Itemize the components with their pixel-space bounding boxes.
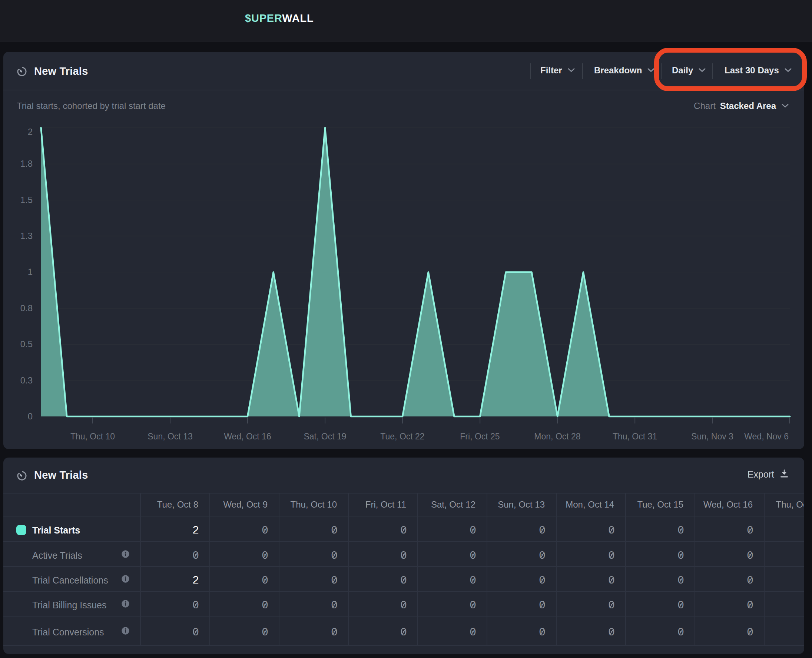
svg-text:Thu, Oct 10: Thu, Oct 10	[71, 432, 115, 441]
svg-text:0.3: 0.3	[20, 375, 33, 385]
svg-text:Tue, Oct 22: Tue, Oct 22	[380, 432, 424, 441]
svg-text:Sun, Nov 3: Sun, Nov 3	[691, 432, 734, 441]
svg-text:Wed, Nov 6: Wed, Nov 6	[744, 432, 788, 441]
svg-text:1.8: 1.8	[20, 158, 33, 169]
svg-text:Wed, Oct 16: Wed, Oct 16	[224, 432, 271, 441]
svg-text:1.5: 1.5	[20, 195, 33, 205]
svg-text:Sun, Oct 13: Sun, Oct 13	[147, 432, 192, 441]
svg-text:2: 2	[28, 127, 33, 137]
svg-text:0.5: 0.5	[20, 339, 33, 349]
svg-text:0.8: 0.8	[20, 303, 33, 313]
svg-text:Thu, Oct 31: Thu, Oct 31	[613, 432, 657, 441]
svg-text:Sat, Oct 19: Sat, Oct 19	[304, 432, 346, 441]
svg-text:Mon, Oct 28: Mon, Oct 28	[534, 432, 580, 441]
svg-text:Fri, Oct 25: Fri, Oct 25	[460, 432, 500, 441]
svg-text:1: 1	[28, 267, 33, 277]
svg-text:0: 0	[28, 411, 33, 421]
svg-text:1.3: 1.3	[20, 231, 33, 241]
